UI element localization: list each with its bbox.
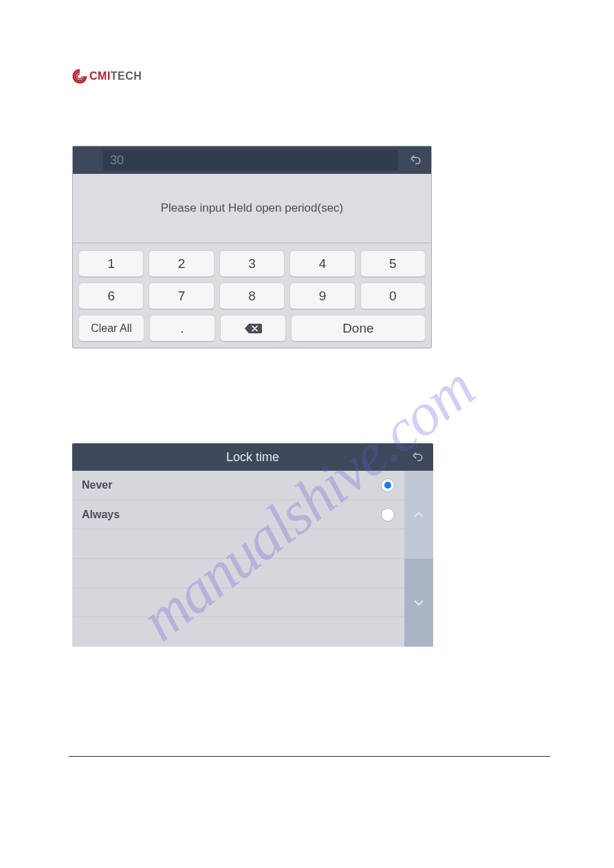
chevron-up-icon	[413, 511, 424, 518]
key-1[interactable]: 1	[78, 250, 144, 278]
logo-swirl-icon	[72, 69, 87, 84]
option-always[interactable]: Always	[72, 500, 404, 530]
lock-time-title: Lock time	[226, 450, 279, 465]
brand-logo: CMITECH	[72, 69, 550, 84]
key-7[interactable]: 7	[149, 282, 214, 310]
held-open-value: 30	[110, 153, 124, 168]
lock-time-body: Never Always	[72, 471, 433, 647]
key-backspace[interactable]	[220, 315, 286, 342]
key-3[interactable]: 3	[219, 250, 285, 278]
radio-selected-icon	[381, 478, 395, 492]
key-2[interactable]: 2	[149, 250, 214, 278]
dialog-header: 30	[73, 146, 431, 174]
radio-unselected-icon	[381, 508, 395, 522]
logo-tech: TECH	[111, 70, 142, 82]
undo-icon	[408, 154, 423, 166]
back-button[interactable]	[406, 447, 429, 467]
option-label: Always	[82, 509, 120, 521]
back-button[interactable]	[404, 150, 427, 170]
key-8[interactable]: 8	[219, 282, 285, 310]
held-open-period-dialog: 30 Please input Held open period(sec) 1 …	[72, 146, 432, 348]
keypad: 1 2 3 4 5 6 7 8 9 0 Clear All .	[73, 243, 431, 348]
scroll-up-button[interactable]	[404, 471, 433, 559]
backspace-icon	[243, 322, 263, 335]
chevron-down-icon	[413, 599, 424, 606]
lock-time-header: Lock time	[72, 443, 433, 471]
option-label: Never	[82, 479, 112, 491]
list-row-empty	[72, 529, 404, 559]
lock-time-dialog: Lock time Never Always	[72, 443, 433, 647]
key-dot[interactable]: .	[149, 315, 215, 342]
key-4[interactable]: 4	[289, 250, 355, 278]
logo-cmi: CMI	[89, 70, 111, 82]
held-open-input[interactable]: 30	[103, 150, 398, 170]
list-row-empty	[72, 617, 404, 647]
list-row-empty	[72, 588, 404, 618]
key-clear-all[interactable]: Clear All	[78, 315, 144, 342]
logo-text: CMITECH	[89, 70, 142, 82]
option-never[interactable]: Never	[72, 471, 404, 500]
key-5[interactable]: 5	[360, 250, 426, 278]
footer-divider	[69, 756, 550, 757]
list-row-empty	[72, 559, 404, 588]
scroll-down-button[interactable]	[404, 559, 433, 647]
dialog-prompt: Please input Held open period(sec)	[73, 174, 431, 243]
key-done[interactable]: Done	[291, 315, 426, 342]
key-6[interactable]: 6	[78, 282, 144, 310]
undo-icon	[410, 451, 425, 463]
list-scrollbar[interactable]	[404, 471, 433, 647]
lock-time-list: Never Always	[72, 471, 404, 647]
key-9[interactable]: 9	[289, 282, 355, 310]
key-0[interactable]: 0	[360, 282, 426, 310]
